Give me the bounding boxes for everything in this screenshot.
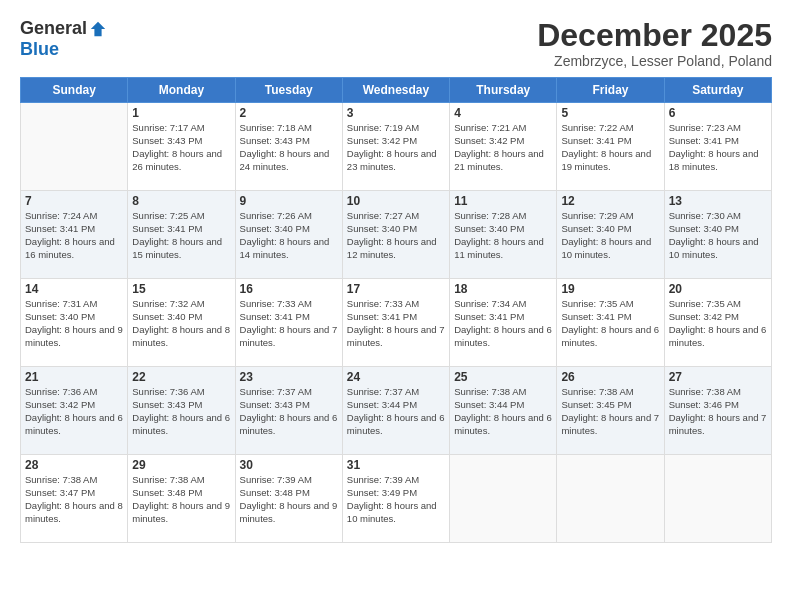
page: General Blue December 2025 Zembrzyce, Le… (0, 0, 792, 612)
header: General Blue December 2025 Zembrzyce, Le… (20, 18, 772, 69)
day-info: Sunrise: 7:37 AM Sunset: 3:43 PM Dayligh… (240, 386, 338, 437)
cell-w4-d6 (664, 455, 771, 543)
header-saturday: Saturday (664, 78, 771, 103)
cell-w3-d5: 26Sunrise: 7:38 AM Sunset: 3:45 PM Dayli… (557, 367, 664, 455)
day-info: Sunrise: 7:37 AM Sunset: 3:44 PM Dayligh… (347, 386, 445, 437)
cell-w3-d3: 24Sunrise: 7:37 AM Sunset: 3:44 PM Dayli… (342, 367, 449, 455)
day-info: Sunrise: 7:32 AM Sunset: 3:40 PM Dayligh… (132, 298, 230, 349)
day-info: Sunrise: 7:33 AM Sunset: 3:41 PM Dayligh… (347, 298, 445, 349)
day-number: 2 (240, 106, 338, 120)
logo: General Blue (20, 18, 107, 60)
day-number: 21 (25, 370, 123, 384)
location: Zembrzyce, Lesser Poland, Poland (537, 53, 772, 69)
cell-w1-d4: 11Sunrise: 7:28 AM Sunset: 3:40 PM Dayli… (450, 191, 557, 279)
logo-general: General (20, 18, 87, 39)
month-title: December 2025 (537, 18, 772, 53)
week-row-3: 21Sunrise: 7:36 AM Sunset: 3:42 PM Dayli… (21, 367, 772, 455)
cell-w1-d2: 9Sunrise: 7:26 AM Sunset: 3:40 PM Daylig… (235, 191, 342, 279)
day-number: 30 (240, 458, 338, 472)
day-number: 29 (132, 458, 230, 472)
day-info: Sunrise: 7:38 AM Sunset: 3:47 PM Dayligh… (25, 474, 123, 525)
header-wednesday: Wednesday (342, 78, 449, 103)
day-info: Sunrise: 7:24 AM Sunset: 3:41 PM Dayligh… (25, 210, 123, 261)
cell-w0-d6: 6Sunrise: 7:23 AM Sunset: 3:41 PM Daylig… (664, 103, 771, 191)
day-info: Sunrise: 7:35 AM Sunset: 3:42 PM Dayligh… (669, 298, 767, 349)
svg-marker-0 (91, 21, 105, 35)
cell-w0-d3: 3Sunrise: 7:19 AM Sunset: 3:42 PM Daylig… (342, 103, 449, 191)
weekday-header-row: Sunday Monday Tuesday Wednesday Thursday… (21, 78, 772, 103)
day-number: 23 (240, 370, 338, 384)
cell-w1-d1: 8Sunrise: 7:25 AM Sunset: 3:41 PM Daylig… (128, 191, 235, 279)
day-number: 28 (25, 458, 123, 472)
cell-w0-d2: 2Sunrise: 7:18 AM Sunset: 3:43 PM Daylig… (235, 103, 342, 191)
day-number: 15 (132, 282, 230, 296)
cell-w1-d3: 10Sunrise: 7:27 AM Sunset: 3:40 PM Dayli… (342, 191, 449, 279)
calendar-table: Sunday Monday Tuesday Wednesday Thursday… (20, 77, 772, 543)
day-number: 17 (347, 282, 445, 296)
day-info: Sunrise: 7:30 AM Sunset: 3:40 PM Dayligh… (669, 210, 767, 261)
cell-w2-d1: 15Sunrise: 7:32 AM Sunset: 3:40 PM Dayli… (128, 279, 235, 367)
cell-w1-d5: 12Sunrise: 7:29 AM Sunset: 3:40 PM Dayli… (557, 191, 664, 279)
cell-w4-d1: 29Sunrise: 7:38 AM Sunset: 3:48 PM Dayli… (128, 455, 235, 543)
week-row-2: 14Sunrise: 7:31 AM Sunset: 3:40 PM Dayli… (21, 279, 772, 367)
day-info: Sunrise: 7:39 AM Sunset: 3:48 PM Dayligh… (240, 474, 338, 525)
cell-w2-d4: 18Sunrise: 7:34 AM Sunset: 3:41 PM Dayli… (450, 279, 557, 367)
week-row-1: 7Sunrise: 7:24 AM Sunset: 3:41 PM Daylig… (21, 191, 772, 279)
day-number: 26 (561, 370, 659, 384)
day-number: 20 (669, 282, 767, 296)
day-number: 18 (454, 282, 552, 296)
day-info: Sunrise: 7:27 AM Sunset: 3:40 PM Dayligh… (347, 210, 445, 261)
day-info: Sunrise: 7:18 AM Sunset: 3:43 PM Dayligh… (240, 122, 338, 173)
header-thursday: Thursday (450, 78, 557, 103)
logo-icon (89, 20, 107, 38)
day-info: Sunrise: 7:36 AM Sunset: 3:43 PM Dayligh… (132, 386, 230, 437)
day-number: 10 (347, 194, 445, 208)
cell-w0-d5: 5Sunrise: 7:22 AM Sunset: 3:41 PM Daylig… (557, 103, 664, 191)
day-number: 22 (132, 370, 230, 384)
day-info: Sunrise: 7:38 AM Sunset: 3:48 PM Dayligh… (132, 474, 230, 525)
day-info: Sunrise: 7:29 AM Sunset: 3:40 PM Dayligh… (561, 210, 659, 261)
day-info: Sunrise: 7:38 AM Sunset: 3:45 PM Dayligh… (561, 386, 659, 437)
day-number: 6 (669, 106, 767, 120)
cell-w3-d2: 23Sunrise: 7:37 AM Sunset: 3:43 PM Dayli… (235, 367, 342, 455)
day-info: Sunrise: 7:33 AM Sunset: 3:41 PM Dayligh… (240, 298, 338, 349)
week-row-0: 1Sunrise: 7:17 AM Sunset: 3:43 PM Daylig… (21, 103, 772, 191)
cell-w2-d5: 19Sunrise: 7:35 AM Sunset: 3:41 PM Dayli… (557, 279, 664, 367)
cell-w1-d6: 13Sunrise: 7:30 AM Sunset: 3:40 PM Dayli… (664, 191, 771, 279)
day-info: Sunrise: 7:25 AM Sunset: 3:41 PM Dayligh… (132, 210, 230, 261)
day-number: 4 (454, 106, 552, 120)
day-info: Sunrise: 7:23 AM Sunset: 3:41 PM Dayligh… (669, 122, 767, 173)
cell-w3-d6: 27Sunrise: 7:38 AM Sunset: 3:46 PM Dayli… (664, 367, 771, 455)
cell-w2-d6: 20Sunrise: 7:35 AM Sunset: 3:42 PM Dayli… (664, 279, 771, 367)
header-monday: Monday (128, 78, 235, 103)
day-number: 5 (561, 106, 659, 120)
header-tuesday: Tuesday (235, 78, 342, 103)
logo-blue: Blue (20, 39, 59, 60)
cell-w0-d0 (21, 103, 128, 191)
cell-w4-d3: 31Sunrise: 7:39 AM Sunset: 3:49 PM Dayli… (342, 455, 449, 543)
cell-w4-d0: 28Sunrise: 7:38 AM Sunset: 3:47 PM Dayli… (21, 455, 128, 543)
day-number: 7 (25, 194, 123, 208)
cell-w0-d1: 1Sunrise: 7:17 AM Sunset: 3:43 PM Daylig… (128, 103, 235, 191)
day-number: 3 (347, 106, 445, 120)
day-info: Sunrise: 7:19 AM Sunset: 3:42 PM Dayligh… (347, 122, 445, 173)
day-number: 27 (669, 370, 767, 384)
cell-w4-d5 (557, 455, 664, 543)
header-sunday: Sunday (21, 78, 128, 103)
day-info: Sunrise: 7:31 AM Sunset: 3:40 PM Dayligh… (25, 298, 123, 349)
day-info: Sunrise: 7:26 AM Sunset: 3:40 PM Dayligh… (240, 210, 338, 261)
day-number: 24 (347, 370, 445, 384)
cell-w4-d4 (450, 455, 557, 543)
day-number: 25 (454, 370, 552, 384)
cell-w2-d0: 14Sunrise: 7:31 AM Sunset: 3:40 PM Dayli… (21, 279, 128, 367)
cell-w2-d3: 17Sunrise: 7:33 AM Sunset: 3:41 PM Dayli… (342, 279, 449, 367)
day-number: 11 (454, 194, 552, 208)
title-block: December 2025 Zembrzyce, Lesser Poland, … (537, 18, 772, 69)
day-number: 12 (561, 194, 659, 208)
day-number: 13 (669, 194, 767, 208)
day-info: Sunrise: 7:38 AM Sunset: 3:44 PM Dayligh… (454, 386, 552, 437)
day-number: 8 (132, 194, 230, 208)
cell-w4-d2: 30Sunrise: 7:39 AM Sunset: 3:48 PM Dayli… (235, 455, 342, 543)
day-info: Sunrise: 7:21 AM Sunset: 3:42 PM Dayligh… (454, 122, 552, 173)
day-info: Sunrise: 7:28 AM Sunset: 3:40 PM Dayligh… (454, 210, 552, 261)
